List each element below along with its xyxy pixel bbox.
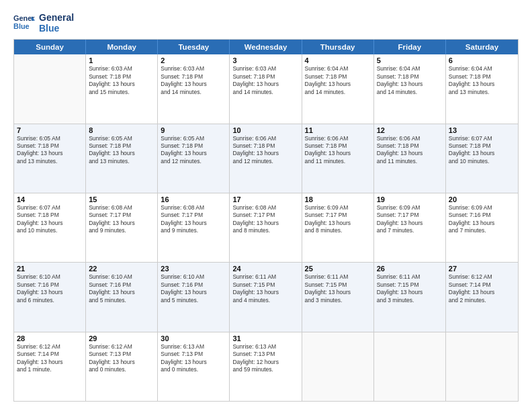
day-info: Sunrise: 6:13 AMSunset: 7:13 PMDaylight:… xyxy=(232,343,298,374)
day-number: 20 xyxy=(449,195,515,203)
weekday-header-saturday: Saturday xyxy=(446,40,518,54)
day-info: Sunrise: 6:04 AMSunset: 7:18 PMDaylight:… xyxy=(305,65,371,96)
day-number: 27 xyxy=(449,265,515,273)
day-cell-3: 3Sunrise: 6:03 AMSunset: 7:18 PMDaylight… xyxy=(230,54,302,123)
day-number: 18 xyxy=(305,195,371,203)
svg-text:Blue: Blue xyxy=(13,22,30,30)
day-number: 10 xyxy=(232,126,298,134)
day-info: Sunrise: 6:10 AMSunset: 7:16 PMDaylight:… xyxy=(17,273,83,304)
day-info: Sunrise: 6:11 AMSunset: 7:15 PMDaylight:… xyxy=(377,273,443,304)
day-cell-27: 27Sunrise: 6:12 AMSunset: 7:14 PMDayligh… xyxy=(446,263,518,331)
day-info: Sunrise: 6:03 AMSunset: 7:18 PMDaylight:… xyxy=(161,65,226,96)
day-number: 6 xyxy=(449,56,515,64)
logo-blue: Blue xyxy=(39,23,74,34)
day-number: 7 xyxy=(17,126,83,134)
empty-cell-0-0 xyxy=(14,54,86,123)
calendar-row-2: 14Sunrise: 6:07 AMSunset: 7:18 PMDayligh… xyxy=(14,193,518,263)
day-info: Sunrise: 6:05 AMSunset: 7:18 PMDaylight:… xyxy=(89,135,154,166)
logo-icon: General Blue xyxy=(13,13,35,32)
day-cell-25: 25Sunrise: 6:11 AMSunset: 7:15 PMDayligh… xyxy=(302,263,374,331)
day-info: Sunrise: 6:05 AMSunset: 7:18 PMDaylight:… xyxy=(17,135,83,166)
calendar-row-0: 1Sunrise: 6:03 AMSunset: 7:18 PMDaylight… xyxy=(14,54,518,124)
day-info: Sunrise: 6:04 AMSunset: 7:18 PMDaylight:… xyxy=(377,65,443,96)
day-number: 5 xyxy=(377,56,443,64)
day-info: Sunrise: 6:13 AMSunset: 7:13 PMDaylight:… xyxy=(161,343,226,374)
day-cell-13: 13Sunrise: 6:07 AMSunset: 7:18 PMDayligh… xyxy=(446,124,518,193)
day-number: 9 xyxy=(161,126,226,134)
day-number: 17 xyxy=(232,195,298,203)
day-info: Sunrise: 6:10 AMSunset: 7:16 PMDaylight:… xyxy=(161,273,226,304)
day-number: 25 xyxy=(305,265,371,273)
weekday-header-tuesday: Tuesday xyxy=(158,40,230,54)
day-cell-28: 28Sunrise: 6:12 AMSunset: 7:14 PMDayligh… xyxy=(14,332,86,401)
day-number: 21 xyxy=(17,265,83,273)
day-cell-20: 20Sunrise: 6:09 AMSunset: 7:16 PMDayligh… xyxy=(446,193,518,262)
day-info: Sunrise: 6:07 AMSunset: 7:18 PMDaylight:… xyxy=(17,204,83,235)
day-number: 15 xyxy=(89,195,154,203)
day-number: 24 xyxy=(232,265,298,273)
day-info: Sunrise: 6:04 AMSunset: 7:18 PMDaylight:… xyxy=(449,65,515,96)
day-number: 2 xyxy=(161,56,226,64)
day-info: Sunrise: 6:05 AMSunset: 7:18 PMDaylight:… xyxy=(161,135,226,166)
day-info: Sunrise: 6:06 AMSunset: 7:18 PMDaylight:… xyxy=(377,135,443,166)
empty-cell-4-5 xyxy=(374,332,446,401)
day-cell-15: 15Sunrise: 6:08 AMSunset: 7:17 PMDayligh… xyxy=(86,193,158,262)
day-info: Sunrise: 6:06 AMSunset: 7:18 PMDaylight:… xyxy=(305,135,371,166)
day-number: 29 xyxy=(89,334,154,342)
weekday-header-friday: Friday xyxy=(374,40,446,54)
day-info: Sunrise: 6:08 AMSunset: 7:17 PMDaylight:… xyxy=(232,204,298,235)
day-cell-30: 30Sunrise: 6:13 AMSunset: 7:13 PMDayligh… xyxy=(158,332,230,401)
day-info: Sunrise: 6:10 AMSunset: 7:16 PMDaylight:… xyxy=(89,273,154,304)
empty-cell-4-6 xyxy=(446,332,518,401)
day-number: 26 xyxy=(377,265,443,273)
empty-cell-4-4 xyxy=(302,332,374,401)
day-number: 30 xyxy=(161,334,226,342)
weekday-header-thursday: Thursday xyxy=(302,40,374,54)
header: General Blue General Blue xyxy=(13,12,519,34)
day-number: 28 xyxy=(17,334,83,342)
calendar-row-4: 28Sunrise: 6:12 AMSunset: 7:14 PMDayligh… xyxy=(14,332,518,401)
weekday-header-wednesday: Wednesday xyxy=(230,40,302,54)
day-cell-23: 23Sunrise: 6:10 AMSunset: 7:16 PMDayligh… xyxy=(158,263,230,331)
calendar-header: SundayMondayTuesdayWednesdayThursdayFrid… xyxy=(14,40,518,54)
day-number: 1 xyxy=(89,56,154,64)
calendar-row-3: 21Sunrise: 6:10 AMSunset: 7:16 PMDayligh… xyxy=(14,263,518,332)
day-cell-17: 17Sunrise: 6:08 AMSunset: 7:17 PMDayligh… xyxy=(230,193,302,262)
day-cell-4: 4Sunrise: 6:04 AMSunset: 7:18 PMDaylight… xyxy=(302,54,374,123)
day-cell-11: 11Sunrise: 6:06 AMSunset: 7:18 PMDayligh… xyxy=(302,124,374,193)
day-number: 19 xyxy=(377,195,443,203)
day-info: Sunrise: 6:11 AMSunset: 7:15 PMDaylight:… xyxy=(305,273,371,304)
day-info: Sunrise: 6:12 AMSunset: 7:13 PMDaylight:… xyxy=(89,343,154,374)
day-info: Sunrise: 6:09 AMSunset: 7:17 PMDaylight:… xyxy=(377,204,443,235)
day-cell-6: 6Sunrise: 6:04 AMSunset: 7:18 PMDaylight… xyxy=(446,54,518,123)
day-number: 3 xyxy=(232,56,298,64)
day-number: 13 xyxy=(449,126,515,134)
day-cell-1: 1Sunrise: 6:03 AMSunset: 7:18 PMDaylight… xyxy=(86,54,158,123)
day-cell-29: 29Sunrise: 6:12 AMSunset: 7:13 PMDayligh… xyxy=(86,332,158,401)
day-info: Sunrise: 6:12 AMSunset: 7:14 PMDaylight:… xyxy=(17,343,83,374)
day-number: 4 xyxy=(305,56,371,64)
day-number: 22 xyxy=(89,265,154,273)
day-cell-21: 21Sunrise: 6:10 AMSunset: 7:16 PMDayligh… xyxy=(14,263,86,331)
day-cell-5: 5Sunrise: 6:04 AMSunset: 7:18 PMDaylight… xyxy=(374,54,446,123)
day-info: Sunrise: 6:12 AMSunset: 7:14 PMDaylight:… xyxy=(449,273,515,304)
calendar-body: 1Sunrise: 6:03 AMSunset: 7:18 PMDaylight… xyxy=(14,54,518,401)
day-cell-26: 26Sunrise: 6:11 AMSunset: 7:15 PMDayligh… xyxy=(374,263,446,331)
day-cell-8: 8Sunrise: 6:05 AMSunset: 7:18 PMDaylight… xyxy=(86,124,158,193)
day-number: 8 xyxy=(89,126,154,134)
day-cell-18: 18Sunrise: 6:09 AMSunset: 7:17 PMDayligh… xyxy=(302,193,374,262)
day-cell-12: 12Sunrise: 6:06 AMSunset: 7:18 PMDayligh… xyxy=(374,124,446,193)
day-cell-24: 24Sunrise: 6:11 AMSunset: 7:15 PMDayligh… xyxy=(230,263,302,331)
day-number: 14 xyxy=(17,195,83,203)
day-number: 31 xyxy=(232,334,298,342)
day-cell-2: 2Sunrise: 6:03 AMSunset: 7:18 PMDaylight… xyxy=(158,54,230,123)
day-number: 12 xyxy=(377,126,443,134)
weekday-header-sunday: Sunday xyxy=(14,40,86,54)
day-info: Sunrise: 6:11 AMSunset: 7:15 PMDaylight:… xyxy=(232,273,298,304)
day-info: Sunrise: 6:09 AMSunset: 7:16 PMDaylight:… xyxy=(449,204,515,235)
logo-general: General xyxy=(39,12,74,23)
day-number: 11 xyxy=(305,126,371,134)
calendar-row-1: 7Sunrise: 6:05 AMSunset: 7:18 PMDaylight… xyxy=(14,124,518,193)
day-cell-22: 22Sunrise: 6:10 AMSunset: 7:16 PMDayligh… xyxy=(86,263,158,331)
logo: General Blue General Blue xyxy=(13,12,74,34)
